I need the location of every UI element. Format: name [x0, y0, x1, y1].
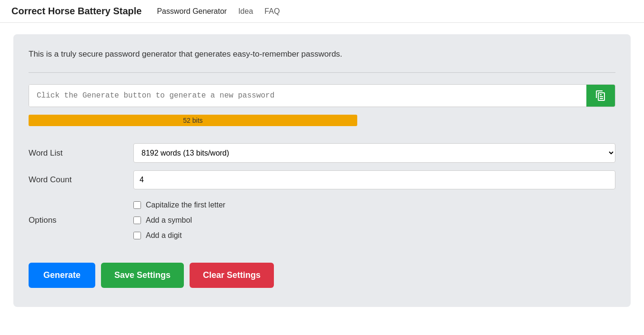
clear-settings-button[interactable]: Clear Settings: [190, 263, 274, 288]
options-label: Options: [29, 193, 133, 247]
password-output-row: [29, 84, 615, 107]
main-card: This is a truly secure password generato…: [13, 34, 631, 307]
word-list-label: Word List: [29, 139, 133, 167]
word-count-input[interactable]: [133, 170, 615, 189]
nav-link-password-generator[interactable]: Password Generator: [157, 7, 227, 16]
options-list: Capitalize the first letter Add a symbol…: [133, 197, 615, 244]
option-capitalize-label: Capitalize the first letter: [146, 201, 225, 209]
password-display-input[interactable]: [29, 85, 586, 107]
settings-grid: Word List 8192 words (13 bits/word) 4096…: [29, 139, 615, 247]
option-symbol[interactable]: Add a symbol: [133, 216, 615, 225]
generate-icon-button[interactable]: [586, 85, 615, 107]
option-capitalize-checkbox[interactable]: [133, 201, 141, 209]
save-settings-button[interactable]: Save Settings: [101, 263, 184, 288]
option-digit-checkbox[interactable]: [133, 232, 141, 239]
brand-title: Correct Horse Battery Staple: [11, 6, 141, 17]
word-list-select[interactable]: 8192 words (13 bits/word) 4096 words (12…: [133, 143, 615, 163]
nav-link-idea[interactable]: Idea: [238, 7, 253, 16]
word-count-label: Word Count: [29, 167, 133, 193]
option-digit[interactable]: Add a digit: [133, 231, 615, 240]
option-digit-label: Add a digit: [146, 231, 182, 240]
options-control: Capitalize the first letter Add a symbol…: [133, 193, 615, 247]
entropy-bar: 52 bits: [29, 115, 357, 126]
generate-button[interactable]: Generate: [29, 263, 95, 288]
option-symbol-checkbox[interactable]: [133, 217, 141, 224]
entropy-bar-container: 52 bits: [29, 115, 615, 126]
description-text: This is a truly secure password generato…: [29, 49, 615, 59]
word-list-control: 8192 words (13 bits/word) 4096 words (12…: [133, 139, 615, 167]
word-count-control: [133, 167, 615, 193]
nav-link-faq[interactable]: FAQ: [264, 7, 280, 16]
entropy-label: 52 bits: [183, 117, 202, 124]
option-symbol-label: Add a symbol: [146, 216, 192, 225]
option-capitalize[interactable]: Capitalize the first letter: [133, 201, 615, 209]
divider: [29, 72, 615, 73]
navbar: Correct Horse Battery Staple Password Ge…: [0, 0, 644, 23]
clipboard-icon: [595, 90, 606, 101]
action-buttons: Generate Save Settings Clear Settings: [29, 263, 615, 288]
main-content: This is a truly secure password generato…: [0, 23, 644, 318]
